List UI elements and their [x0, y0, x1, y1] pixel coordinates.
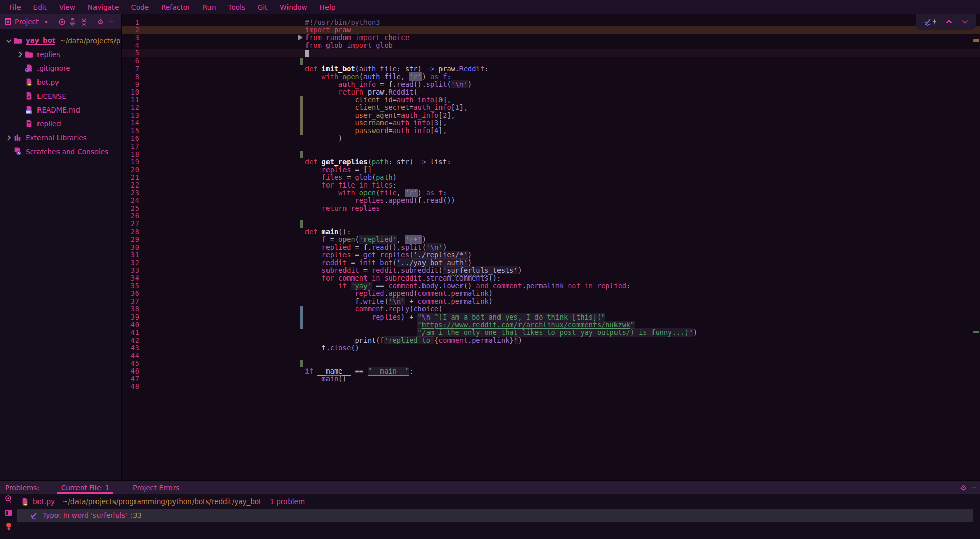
hide-panel-icon[interactable]: ─: [972, 484, 976, 492]
problems-file-name[interactable]: bot.py: [33, 497, 55, 506]
line-number-35[interactable]: 35: [122, 282, 139, 290]
menu-help[interactable]: Help: [314, 3, 342, 11]
line-number-10[interactable]: 10: [122, 88, 139, 96]
code-line-7[interactable]: def init_bot(auth_file: str) -> praw.Red…: [305, 65, 697, 73]
code-line-44[interactable]: [305, 352, 697, 360]
chevron-up-pink-icon[interactable]: [945, 18, 953, 25]
code-line-41[interactable]: "/am_i_the_only_one_that_likes_to_post_y…: [305, 329, 697, 337]
code-line-38[interactable]: comment.reply(choice(: [305, 305, 697, 313]
quick-fix-bulb-button[interactable]: [3, 522, 14, 531]
line-number-15[interactable]: 15: [122, 127, 139, 135]
tab-current-file[interactable]: Current File1: [58, 481, 112, 494]
line-number-32[interactable]: 32: [122, 259, 139, 267]
line-number-3[interactable]: 3: [122, 34, 139, 42]
tree-item-bot-py[interactable]: bot.py: [0, 75, 121, 89]
expand-all-icon[interactable]: [67, 16, 78, 27]
line-number-20[interactable]: 20: [122, 166, 139, 174]
code-line-13[interactable]: user_agent=auth_info[2],: [305, 111, 697, 119]
gear-icon[interactable]: ⚙: [960, 484, 967, 492]
line-number-27[interactable]: 27: [122, 220, 139, 228]
vcs-change-bar[interactable]: [300, 58, 303, 65]
code-line-6[interactable]: [305, 57, 697, 65]
code-line-35[interactable]: if 'yay' == comment.body.lower() and com…: [305, 282, 697, 290]
code-line-39[interactable]: replies) + "\n ^(I am a bot and yes, I d…: [305, 313, 697, 321]
tree-item-gitignore[interactable]: .gitignore: [0, 61, 121, 75]
line-number-31[interactable]: 31: [122, 251, 139, 259]
code-line-24[interactable]: replies.append(f.read()): [305, 197, 697, 205]
line-number-40[interactable]: 40: [122, 321, 139, 329]
line-number-6[interactable]: 6: [122, 57, 139, 65]
run-gutter-icon[interactable]: [298, 35, 303, 40]
code-line-21[interactable]: files = glob(path): [305, 174, 697, 181]
code-line-25[interactable]: return replies: [305, 205, 697, 212]
line-number-4[interactable]: 4: [122, 42, 139, 49]
code-line-15[interactable]: password=auth_info[4],: [305, 127, 697, 135]
menu-view[interactable]: View: [53, 3, 82, 11]
menu-file[interactable]: File: [3, 3, 27, 11]
menu-window[interactable]: Window: [274, 3, 313, 11]
line-number-21[interactable]: 21: [122, 174, 139, 181]
code-line-31[interactable]: replies = get_replies('./replies/*'): [305, 251, 697, 259]
code-line-45[interactable]: [305, 360, 697, 367]
menu-navigate[interactable]: Navigate: [82, 3, 125, 11]
code-line-23[interactable]: with open(file, 'r') as f:: [305, 189, 697, 197]
line-number-46[interactable]: 46: [122, 367, 139, 375]
code-line-4[interactable]: from glob import glob: [305, 42, 697, 49]
code-editor[interactable]: 1234567891011121314151617181920212223242…: [122, 14, 980, 481]
menu-edit[interactable]: Edit: [27, 3, 53, 11]
line-number-23[interactable]: 23: [122, 189, 139, 197]
code-line-34[interactable]: for comment in subreddit.stream.comments…: [305, 274, 697, 282]
vcs-change-bar[interactable]: [300, 360, 303, 367]
code-line-20[interactable]: replies = []: [305, 166, 697, 174]
tree-item-replied[interactable]: replied: [0, 117, 121, 131]
chevron-down-icon[interactable]: [5, 36, 13, 45]
line-number-16[interactable]: 16: [122, 135, 139, 142]
code-line-17[interactable]: [305, 143, 697, 151]
tree-item-yay_bot[interactable]: yay_bot~/data/projects/progr: [0, 33, 121, 47]
line-number-44[interactable]: 44: [122, 352, 139, 360]
line-number-2[interactable]: 2: [122, 26, 139, 34]
code-line-22[interactable]: for file in files:: [305, 181, 697, 189]
severity-filter-icon[interactable]: [4, 495, 13, 504]
line-number-39[interactable]: 39: [122, 313, 139, 321]
line-number-24[interactable]: 24: [122, 197, 139, 205]
gear-icon[interactable]: ⚙: [95, 16, 106, 27]
line-number-36[interactable]: 36: [122, 290, 139, 298]
line-number-43[interactable]: 43: [122, 344, 139, 352]
menu-run[interactable]: Run: [197, 3, 222, 11]
line-number-38[interactable]: 38: [122, 305, 139, 313]
code-line-48[interactable]: [305, 383, 697, 391]
menu-git[interactable]: Git: [252, 3, 274, 11]
line-number-37[interactable]: 37: [122, 298, 139, 305]
code-line-29[interactable]: f = open('replied', 'r+'): [305, 236, 697, 244]
error-stripe-warning[interactable]: [973, 39, 979, 42]
inspections-widget[interactable]: [916, 14, 976, 30]
preview-layout-icon[interactable]: [5, 509, 13, 517]
code-line-40[interactable]: "https://www.reddit.com/r/archlinux/comm…: [305, 321, 697, 329]
vcs-change-bar[interactable]: [300, 151, 303, 158]
menu-tools[interactable]: Tools: [222, 3, 252, 11]
line-number-17[interactable]: 17: [122, 143, 139, 151]
chevron-right-icon[interactable]: [5, 134, 13, 142]
code-line-37[interactable]: f.write('\n' + comment.permalink): [305, 298, 697, 305]
line-number-29[interactable]: 29: [122, 236, 139, 244]
tree-item-readme[interactable]: MDREADME.md: [0, 103, 121, 117]
code-line-2[interactable]: import praw: [305, 26, 697, 34]
line-number-30[interactable]: 30: [122, 244, 139, 251]
typo-check-icon[interactable]: [923, 17, 937, 26]
code-line-16[interactable]: ): [305, 135, 697, 142]
line-number-1[interactable]: 1: [122, 18, 139, 26]
line-number-34[interactable]: 34: [122, 274, 139, 282]
code-line-10[interactable]: return praw.Reddit(: [305, 88, 697, 96]
code-line-30[interactable]: replied = f.read().split('\n'): [305, 244, 697, 251]
code-line-46[interactable]: if __name__ == "__main__":: [305, 367, 697, 375]
line-number-7[interactable]: 7: [122, 65, 139, 73]
collapse-all-icon[interactable]: [78, 16, 89, 27]
problems-panel-title[interactable]: Problems:: [5, 484, 40, 492]
line-number-19[interactable]: 19: [122, 158, 139, 166]
error-stripe-typo[interactable]: [973, 331, 979, 333]
problem-item-typo[interactable]: Typo: In word 'surferluls' :33: [17, 509, 973, 522]
vcs-change-bar[interactable]: [300, 306, 303, 329]
line-number-26[interactable]: 26: [122, 212, 139, 220]
code-line-47[interactable]: main(): [305, 375, 697, 383]
